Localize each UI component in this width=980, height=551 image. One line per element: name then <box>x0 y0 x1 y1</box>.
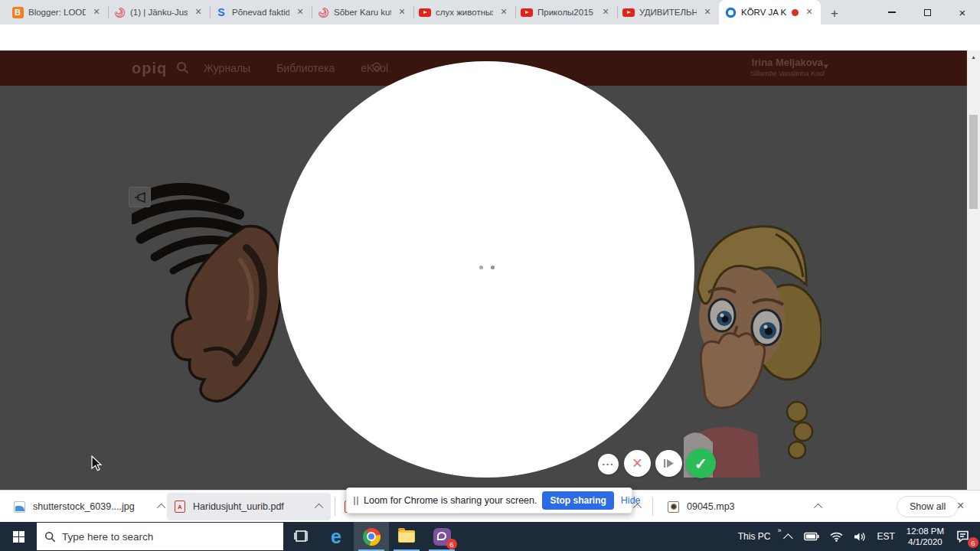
windows-logo-icon <box>13 531 24 543</box>
tab-janku-juss[interactable]: (1) | Jänku-Juss × <box>108 0 210 24</box>
opiq-favicon <box>724 6 737 18</box>
tab-close-icon[interactable]: × <box>294 6 306 18</box>
more-options-button[interactable]: ··· <box>598 454 619 474</box>
chevron-up-icon[interactable] <box>157 504 165 512</box>
user-menu[interactable]: Irina Meljakova Sillamäe Vanalinna Kool <box>750 57 825 77</box>
browser-tab-strip: B Blogger: LOOD × (1) | Jänku-Juss × S P… <box>0 0 980 24</box>
tab-youtube-2[interactable]: Приколы2015 × <box>515 0 617 24</box>
overflow-chevrons: » <box>777 527 781 534</box>
opiq-logo[interactable]: opiq <box>132 60 167 77</box>
chrome-button[interactable] <box>354 522 389 551</box>
settings-icon[interactable]: ⊙ <box>371 59 381 73</box>
ear-illustration <box>132 174 292 416</box>
scrollbar-thumb[interactable] <box>969 115 978 209</box>
tab-youtube-1[interactable]: слух животных × <box>413 0 515 24</box>
action-center-button[interactable]: 6 <box>950 522 980 551</box>
cancel-task-button[interactable]: × <box>624 450 651 477</box>
sharing-message: Loom for Chrome is sharing your screen. <box>364 495 537 506</box>
chevron-down-icon[interactable]: ▾ <box>824 61 828 71</box>
tab-close-icon[interactable]: × <box>396 6 408 18</box>
tab-close-icon[interactable]: × <box>803 6 815 18</box>
folder-icon <box>398 530 415 543</box>
youtube-icon <box>622 6 635 18</box>
taskbar-clock[interactable]: 12:08 PM 4/1/2020 <box>900 522 950 551</box>
close-shelf-icon[interactable]: × <box>957 499 964 513</box>
tab-title: Blogger: LOOD <box>28 8 86 17</box>
tab-close-icon[interactable]: × <box>192 6 204 18</box>
audio-file-icon <box>668 501 679 513</box>
search-icon <box>44 531 56 543</box>
tab-sober-karu[interactable]: Sõber Karu kut × <box>312 0 413 24</box>
loading-dot <box>479 266 483 269</box>
address-bar: ← → ↻ opiq.ee/kit/123/chapter/6353 ☆ iD <box>0 24 980 51</box>
download-file-name: 09045.mp3 <box>687 501 735 512</box>
step-forward-icon <box>663 458 675 469</box>
chevron-up-icon[interactable] <box>315 504 323 512</box>
stop-sharing-button[interactable]: Stop sharing <box>542 491 613 510</box>
tab-close-icon[interactable]: × <box>90 6 103 18</box>
window-restore-button[interactable] <box>910 0 945 24</box>
show-all-downloads-button[interactable]: Show all <box>897 496 959 517</box>
tab-close-icon[interactable]: × <box>701 6 714 18</box>
drag-handle-icon[interactable] <box>354 497 358 505</box>
image-file-icon <box>14 501 25 513</box>
tab-korv-ja-active[interactable]: KÕRV JA K × <box>719 0 821 24</box>
keyboard-layout-label[interactable]: EST <box>871 522 900 551</box>
recording-dot-icon <box>792 9 799 16</box>
download-file-name: shutterstock_6039....jpg <box>33 501 135 512</box>
tab-blogger[interactable]: B Blogger: LOOD × <box>6 0 108 24</box>
divider <box>335 497 335 516</box>
pdf-file-icon: A <box>175 500 185 513</box>
notification-badge: 6 <box>968 537 978 548</box>
show-hidden-icons-button[interactable] <box>781 522 799 551</box>
letter-s-icon: S <box>215 6 227 18</box>
scroll-up-arrow-icon[interactable]: ▲ <box>967 54 980 60</box>
youtube-icon <box>521 6 533 18</box>
menu-item-biblioteka[interactable]: Библиотека <box>276 62 335 74</box>
tab-title: Põnevad faktid <box>232 8 289 17</box>
viber-badge: 6 <box>446 539 457 549</box>
minimize-icon <box>888 11 896 13</box>
window-minimize-button[interactable] <box>874 0 910 24</box>
speaker-icon <box>134 192 146 203</box>
page-scrollbar[interactable]: ▲ <box>967 51 980 490</box>
this-pc-tray-label[interactable]: This PC » <box>733 522 782 551</box>
tab-close-icon[interactable]: × <box>599 6 612 18</box>
tab-title: KÕRV JA K <box>741 8 787 17</box>
tab-title: Приколы2015 <box>537 8 595 17</box>
chevron-up-icon[interactable] <box>813 504 822 512</box>
download-item-pdf[interactable]: A Haridusjuht_uurib.pdf <box>167 493 331 520</box>
restore-icon <box>924 9 931 16</box>
tab-title: слух животных <box>436 8 493 17</box>
tab-title: Sõber Karu kut <box>334 8 391 17</box>
edge-icon: e <box>331 526 341 548</box>
search-icon[interactable] <box>176 61 189 77</box>
tab-close-icon[interactable]: × <box>498 6 510 18</box>
download-item-mp3[interactable]: 09045.mp3 <box>660 491 830 523</box>
wifi-tray-icon[interactable] <box>825 522 848 551</box>
step-forward-button[interactable] <box>655 450 682 477</box>
blogger-icon: B <box>11 6 24 18</box>
battery-tray-icon[interactable] <box>799 522 825 551</box>
viber-button[interactable]: 6 <box>424 522 459 551</box>
download-item-jpg[interactable]: shutterstock_6039....jpg <box>6 491 173 523</box>
edge-button[interactable]: e <box>318 522 354 551</box>
youtube-icon <box>419 6 431 18</box>
tab-ponevad-faktid[interactable]: S Põnevad faktid × <box>210 0 312 24</box>
window-close-button[interactable]: × <box>945 0 980 24</box>
chevron-up-icon <box>783 533 793 543</box>
confirm-button[interactable]: ✓ <box>686 448 716 478</box>
loading-circle-overlay <box>278 61 694 478</box>
taskbar-search-input[interactable] <box>62 531 253 543</box>
hide-banner-button[interactable]: Hide <box>619 495 642 506</box>
volume-tray-icon[interactable] <box>848 522 871 551</box>
new-tab-button[interactable]: + <box>824 3 845 24</box>
audio-play-button[interactable] <box>129 187 151 207</box>
file-explorer-button[interactable] <box>389 522 424 551</box>
menu-item-zhurnaly[interactable]: Журналы <box>204 62 250 74</box>
start-button[interactable] <box>0 522 37 551</box>
tab-youtube-3[interactable]: УДИВИТЕЛЬНЫ × <box>617 0 719 24</box>
task-view-button[interactable] <box>283 522 318 551</box>
whispering-girl-illustration <box>684 211 822 478</box>
taskbar-search-box[interactable] <box>37 523 283 550</box>
